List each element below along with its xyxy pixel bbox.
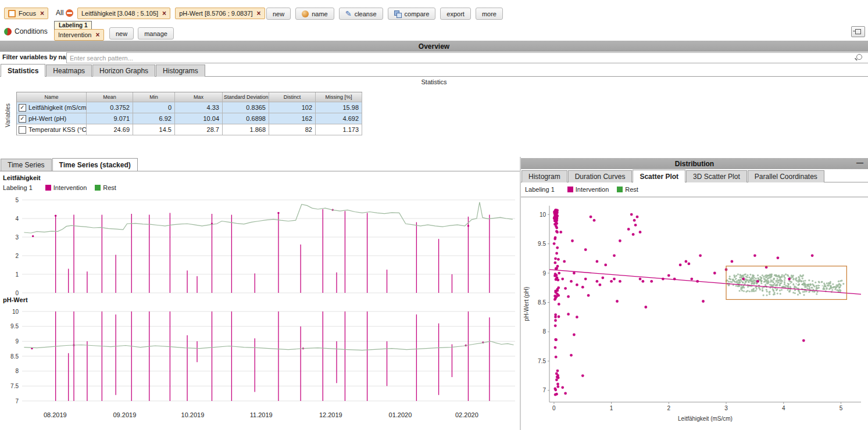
table-row[interactable]: ✓Leitfähigkeit (mS/cm)0.375204.330.83651… — [17, 102, 362, 113]
x-tick-label: 3 — [724, 405, 728, 411]
cell: 0.8365 — [223, 102, 269, 113]
tab-time-series-stacked-[interactable]: Time Series (stacked) — [52, 158, 138, 171]
cell: 28.7 — [175, 124, 223, 135]
compare-square — [397, 13, 402, 18]
chart-title-ph: pH-Wert — [3, 296, 28, 303]
tab-histogram[interactable]: Histogram — [521, 170, 567, 182]
overview-header-bar: Overview — [0, 41, 868, 52]
close-icon[interactable]: × — [257, 9, 261, 17]
legend-item: Intervention — [567, 186, 609, 193]
manage-button[interactable]: manage — [138, 27, 174, 40]
statistics-table: NameMeanMinMaxStandard DeviationDistinct… — [16, 92, 362, 135]
close-icon[interactable]: × — [40, 9, 44, 17]
leitfaehigkeit-timeseries-chart[interactable]: 012345 — [0, 193, 519, 295]
intervention-chip-label: Intervention — [58, 31, 91, 38]
cell: 15.98 — [316, 102, 362, 113]
close-icon[interactable]: × — [162, 9, 166, 17]
panel-divider[interactable] — [520, 157, 521, 430]
ph-timeseries-chart[interactable]: 77.588.599.510 — [0, 304, 519, 404]
column-header[interactable]: Distinct — [269, 92, 316, 102]
column-header[interactable]: Min — [133, 92, 175, 102]
export-button[interactable]: export — [440, 8, 471, 20]
table-row[interactable]: Temperatur KSS (°C)24.6914.528.71.868821… — [17, 124, 362, 135]
scatter-plot-chart[interactable]: 77.588.599.510012345Leitfähigkeit (mS/cm… — [521, 199, 868, 430]
tab-horizon-graphs[interactable]: Horizon Graphs — [92, 64, 155, 77]
panel-separator[interactable] — [521, 196, 868, 198]
tab-3d-scatter-plot[interactable]: 3D Scatter Plot — [686, 170, 747, 182]
conditions-label: Conditions — [15, 27, 48, 35]
dock-icon — [855, 29, 861, 34]
column-header[interactable]: Standard Deviation — [223, 92, 269, 102]
checkbox[interactable]: ✓ — [19, 115, 26, 123]
y-tick-label: 5 — [15, 197, 19, 203]
tab-heatmaps[interactable]: Heatmaps — [46, 64, 92, 77]
column-header[interactable]: Name — [17, 92, 87, 102]
cleanse-button[interactable]: ✎cleanse — [339, 8, 383, 20]
cell: 0.3752 — [87, 102, 133, 113]
y-tick-label: 8 — [542, 328, 546, 335]
checkbox[interactable] — [19, 126, 26, 134]
table-row[interactable]: ✓pH-Wert (pH)9.0716.9210.040.68981624.69… — [17, 113, 362, 124]
tab-duration-curves[interactable]: Duration Curves — [568, 170, 633, 182]
x-axis-label: 08.2019 — [41, 411, 69, 418]
legend-swatch — [567, 187, 573, 192]
filter-chip-list: Leitfähigkeit [3.048 ; 5.105]×pH-Wert [8… — [77, 8, 265, 19]
timeseries-tabs: Time SeriesTime Series (stacked) — [1, 158, 138, 171]
y-tick-label: 9 — [542, 270, 546, 277]
filter-chip-label: Leitfähigkeit [3.048 ; 5.105] — [81, 10, 158, 17]
x-axis-label: 02.2020 — [453, 411, 481, 418]
cell: 4.33 — [175, 102, 223, 113]
tab-scatter-plot[interactable]: Scatter Plot — [633, 170, 685, 182]
dock-button[interactable] — [851, 26, 865, 37]
exclude-icon[interactable] — [66, 9, 73, 17]
cell: ✓pH-Wert (pH) — [17, 113, 87, 124]
new-button[interactable]: new — [109, 27, 134, 40]
minimize-button[interactable]: — — [856, 159, 863, 167]
filter-chip[interactable]: Leitfähigkeit [3.048 ; 5.105]× — [77, 8, 170, 19]
compare-button[interactable]: compare — [388, 8, 436, 20]
conditions-button[interactable]: Conditions — [4, 27, 48, 35]
checkbox[interactable]: ✓ — [19, 104, 26, 112]
search-input[interactable] — [66, 52, 868, 63]
compare-icon — [394, 10, 402, 17]
close-icon[interactable]: × — [95, 31, 99, 39]
cell: 82 — [269, 124, 316, 135]
tab-statistics[interactable]: Statistics — [1, 64, 45, 77]
column-header[interactable]: Mean — [87, 92, 133, 102]
labeling-label: Labeling 1 — [3, 184, 33, 191]
legend-label: Rest — [103, 184, 116, 191]
tab-parallel-coordinates[interactable]: Parallel Coordinates — [748, 170, 824, 182]
name-label: name — [312, 10, 328, 17]
y-tick-label: 9.5 — [538, 241, 546, 247]
all-label: All — [56, 9, 63, 17]
y-tick-label: 1 — [15, 271, 19, 278]
y-tick-label: 8.5 — [538, 299, 546, 306]
more-button[interactable]: more — [476, 8, 503, 20]
column-header[interactable]: Max — [175, 92, 223, 102]
intervention-chip[interactable]: Intervention × — [54, 29, 104, 41]
intervention-spikes — [32, 209, 490, 293]
y-tick-label: 8 — [15, 368, 19, 374]
distribution-tabs: HistogramDuration CurvesScatter Plot3D S… — [521, 170, 825, 182]
x-tick-label: 5 — [840, 405, 843, 411]
cell: 24.69 — [87, 124, 133, 135]
y-tick-label: 0 — [15, 290, 19, 296]
toolbar-actions: newname✎cleansecompareexportmore — [266, 8, 503, 20]
tab-time-series[interactable]: Time Series — [1, 159, 52, 171]
name-button[interactable]: name — [295, 8, 334, 20]
variables-side-label: Variables — [5, 94, 11, 137]
focus-chip[interactable]: Focus × — [4, 8, 48, 19]
labeling-label: Labeling 1 — [525, 186, 555, 193]
y-tick-label: 10 — [12, 309, 19, 315]
column-header[interactable]: Missing [%] — [316, 92, 362, 102]
cell: 102 — [269, 102, 316, 113]
dist-legend-row: Labeling 1 InterventionRest — [525, 186, 638, 193]
legend-label: Intervention — [576, 186, 609, 193]
focus-icon — [8, 10, 16, 17]
tab-histograms[interactable]: Histograms — [156, 64, 205, 77]
filter-chip-label: pH-Wert [8.5706 ; 9.0837] — [179, 10, 252, 17]
x-axis-label: 01.2020 — [386, 411, 414, 418]
filter-chip[interactable]: pH-Wert [8.5706 ; 9.0837]× — [175, 8, 265, 19]
new-button[interactable]: new — [266, 8, 291, 20]
new-label: new — [116, 30, 127, 37]
